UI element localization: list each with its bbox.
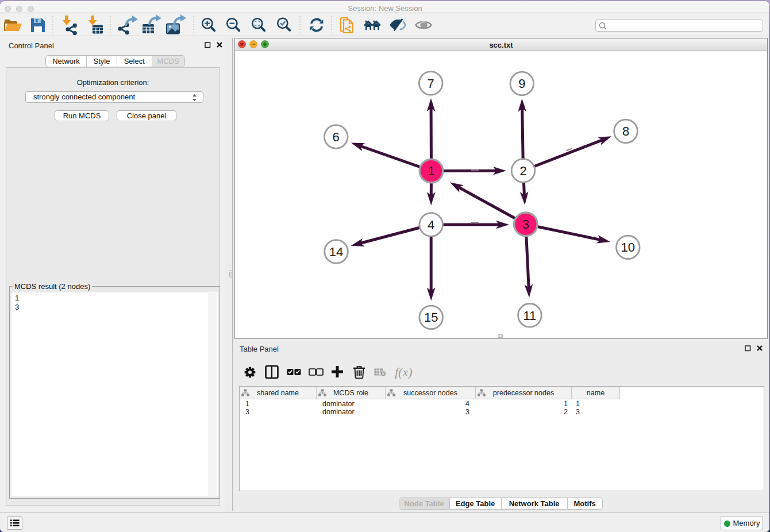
svg-text:8: 8 [622, 124, 629, 138]
svg-text:6: 6 [333, 130, 340, 144]
svg-text:14: 14 [329, 245, 343, 259]
svg-text:15: 15 [424, 310, 438, 325]
svg-text:1: 1 [428, 164, 434, 178]
svg-text:f(x): f(x) [395, 365, 413, 379]
svg-text:2: 2 [519, 164, 526, 178]
svg-text:3: 3 [522, 217, 529, 232]
svg-text:9: 9 [518, 76, 525, 91]
svg-text:10: 10 [621, 240, 635, 255]
svg-text:4: 4 [428, 218, 434, 232]
svg-text:11: 11 [523, 309, 536, 323]
svg-text:7: 7 [428, 76, 434, 91]
